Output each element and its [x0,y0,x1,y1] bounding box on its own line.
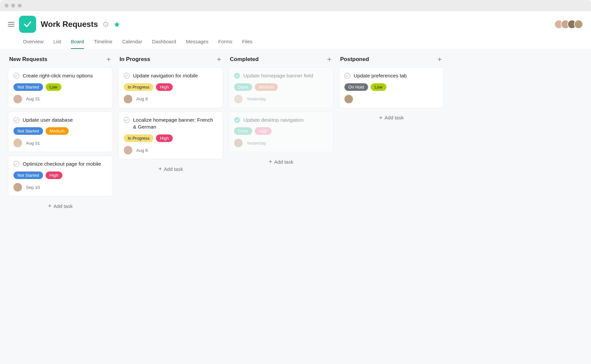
column-title: New Requests [9,56,47,63]
tab-forms[interactable]: Forms [218,39,232,49]
window-close-dot[interactable] [5,4,9,8]
task-card[interactable]: Localize homepage banner: French & Germa… [118,111,223,159]
add-task-button[interactable]: +Add task [8,200,113,212]
tab-overview[interactable]: Overview [23,39,44,49]
complete-check-icon[interactable] [13,161,19,167]
task-title: Create right-click menu options [23,72,93,79]
member-avatars[interactable] [557,20,583,29]
avatar[interactable] [574,20,583,29]
due-date: Aug 31 [26,141,40,146]
due-date: Yesterday [247,96,266,101]
complete-check-icon[interactable] [124,117,130,123]
status-badge: High [255,127,272,135]
column-header: In Progress [118,56,223,63]
task-title: Update navigation for mobile [133,72,198,79]
assignee-avatar[interactable] [344,95,353,103]
column-title: In Progress [120,56,150,63]
task-title: Localize homepage banner: French & Germa… [133,116,218,131]
tab-dashboard[interactable]: Dashboard [152,39,176,49]
assignee-avatar[interactable] [13,183,22,192]
window-titlebar [0,0,591,11]
task-card[interactable]: Create right-click menu optionsNot Start… [8,67,113,108]
project-icon[interactable] [19,16,36,33]
task-card[interactable]: Update user databaseNot StartedMediumAug… [8,111,113,152]
task-title: Update user database [23,116,73,124]
status-badge: Not Started [13,83,43,91]
status-badge: Not Started [13,127,43,135]
complete-check-icon[interactable] [124,73,130,79]
add-task-button[interactable]: +Add task [339,111,444,124]
complete-check-icon[interactable] [344,73,350,79]
column-title: Completed [230,56,259,63]
task-card[interactable]: Optimize checkout page for mobileNot Sta… [8,155,113,196]
add-task-label: Add task [384,115,404,120]
plus-icon[interactable] [216,56,222,62]
plus-icon: + [159,166,162,172]
add-task-button[interactable]: +Add task [229,155,334,168]
task-title: Update desktop navigation [243,116,304,124]
task-card[interactable]: Update homepage banner fieldDoneMediumYe… [229,67,334,108]
info-icon[interactable] [102,21,109,28]
assignee-avatar[interactable] [13,95,22,103]
assignee-avatar[interactable] [13,139,22,147]
plus-icon[interactable] [106,56,112,62]
status-badge: In Progress [124,134,153,142]
tab-calendar[interactable]: Calendar [122,39,142,49]
complete-check-icon[interactable] [234,117,240,123]
assignee-avatar[interactable] [124,146,132,154]
board-column: New RequestsCreate right-click menu opti… [8,56,113,212]
due-date: Aug 6 [136,96,148,101]
window-zoom-dot[interactable] [18,4,22,8]
tab-list[interactable]: List [54,39,61,49]
board: New RequestsCreate right-click menu opti… [0,49,591,219]
tab-timeline[interactable]: Timeline [94,39,112,49]
status-badge: Medium [46,127,69,135]
column-header: Completed [229,56,334,63]
column-title: Postponed [340,56,369,63]
tab-files[interactable]: Files [242,39,252,49]
star-icon[interactable] [114,21,120,28]
assignee-avatar[interactable] [234,139,243,147]
task-card[interactable]: Update desktop navigationDoneHighYesterd… [229,111,334,152]
status-badge: Low [46,83,61,91]
task-title: Update preferences tab [354,72,407,79]
complete-check-icon[interactable] [13,117,19,123]
complete-check-icon[interactable] [234,73,240,79]
plus-icon: + [48,203,52,209]
task-title: Optimize checkout page for mobile [23,160,101,168]
page-title: Work Requests [41,20,98,29]
status-badge: Not Started [13,172,43,179]
tab-messages[interactable]: Messages [186,39,208,49]
svg-point-2 [106,23,106,24]
plus-icon: + [269,159,273,165]
plus-icon[interactable] [437,56,443,62]
due-date: Sep 10 [26,185,40,190]
menu-icon[interactable] [8,22,14,27]
board-column: CompletedUpdate homepage banner fieldDon… [229,56,334,168]
task-card[interactable]: Update navigation for mobileIn ProgressH… [118,67,223,108]
add-task-label: Add task [164,166,183,172]
status-badge: High [156,134,173,142]
plus-icon: + [379,115,383,121]
tab-board[interactable]: Board [71,39,84,49]
add-task-button[interactable]: +Add task [118,163,223,175]
column-header: Postponed [339,56,444,63]
plus-icon[interactable] [326,56,332,62]
status-badge: In Progress [124,83,153,91]
assignee-avatar[interactable] [124,95,132,103]
board-column: PostponedUpdate preferences tabOn HoldLo… [339,56,444,124]
status-badge: Medium [255,83,278,91]
window-minimize-dot[interactable] [11,4,15,8]
assignee-avatar[interactable] [234,95,243,103]
due-date: Yesterday [247,141,266,146]
status-badge: Done [234,83,252,91]
add-task-label: Add task [54,203,73,209]
project-tabs: OverviewListBoardTimelineCalendarDashboa… [8,39,583,49]
status-badge: High [156,83,173,91]
add-task-label: Add task [274,159,293,165]
status-badge: On Hold [344,83,368,91]
complete-check-icon[interactable] [13,73,19,79]
column-header: New Requests [8,56,113,63]
status-badge: High [46,172,62,179]
task-card[interactable]: Update preferences tabOn HoldLow [339,67,444,108]
